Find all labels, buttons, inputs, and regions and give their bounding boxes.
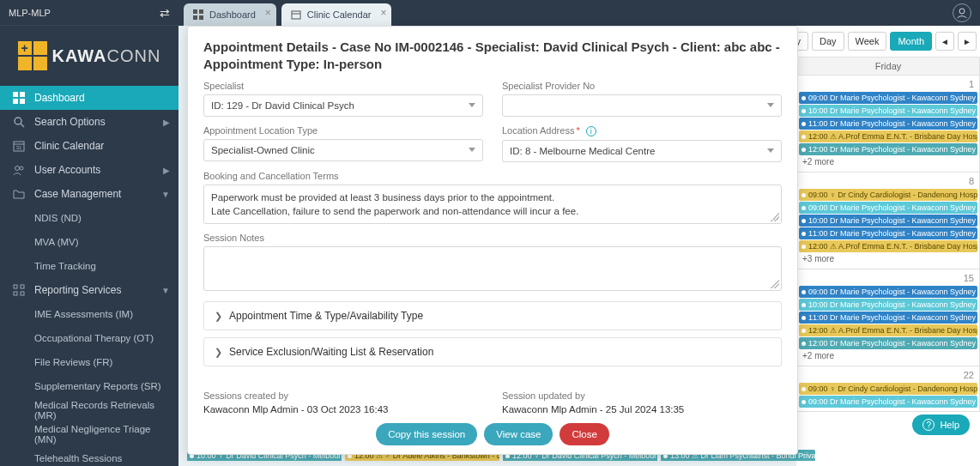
calendar-event[interactable]: 11:00 Dr Marie Psychologist - Kawaconn S… xyxy=(799,227,977,239)
calendar-more-link[interactable]: +3 more xyxy=(799,252,977,265)
collapse-icon[interactable]: ⇄ xyxy=(160,6,170,20)
close-icon[interactable]: × xyxy=(380,7,386,19)
calendar-event[interactable]: 12:00 Dr Marie Psychologist - Kawaconn S… xyxy=(799,143,977,155)
appointment-details-modal: Appointment Details - Case No IM-0002146… xyxy=(187,26,798,455)
week-view-button[interactable]: Week xyxy=(848,32,887,51)
sidebar-item-mva-mv-[interactable]: MVA (MV) xyxy=(0,230,178,254)
calendar-cell[interactable]: 809:00 ♀ Dr Cindy Cardiologist - Dandeno… xyxy=(796,172,980,269)
calendar-event[interactable]: 12:00 ⚠ A.Prof Emma E.N.T. - Brisbane Da… xyxy=(799,130,977,142)
calendar-date: 22 xyxy=(799,368,977,382)
copy-session-button[interactable]: Copy this session xyxy=(376,423,477,445)
close-button[interactable]: Close xyxy=(560,423,608,445)
help-label: Help xyxy=(940,420,959,430)
sidebar-item-dashboard[interactable]: Dashboard xyxy=(0,86,178,110)
calendar-event[interactable]: 10:00 Dr Marie Psychologist - Kawaconn S… xyxy=(799,215,977,227)
sidebar-item-clinic-calendar[interactable]: 31Clinic Calendar xyxy=(0,134,178,158)
calendar-event[interactable]: 12:00 ⚠ A.Prof Emma E.N.T. - Brisbane Da… xyxy=(799,324,977,336)
tab-bar: Dashboard × Clinic Calendar × xyxy=(178,0,980,26)
location-address-label: Location Address* i xyxy=(502,125,782,136)
user-avatar[interactable] xyxy=(953,3,971,22)
calendar-cell[interactable]: 1509:00 Dr Marie Psychologist - Kawaconn… xyxy=(796,269,980,366)
location-address-value: ID: 8 - Melbourne Medical Centre xyxy=(510,146,655,156)
chevron-down-icon: ▼ xyxy=(161,286,170,295)
svg-point-10 xyxy=(20,166,23,170)
calendar-event[interactable]: 11:00 Dr Marie Psychologist - Kawaconn S… xyxy=(799,312,977,324)
sidebar-item-case-management[interactable]: Case Management▼ xyxy=(0,182,178,206)
calendar-date: 15 xyxy=(799,271,977,285)
sidebar-item-reporting-services[interactable]: Reporting Services▼ xyxy=(0,278,178,302)
resize-handle-icon[interactable] xyxy=(771,213,779,221)
tab-clinic-calendar[interactable]: Clinic Calendar × xyxy=(281,3,392,26)
sidebar-item-label: IME Assessments (IM) xyxy=(34,309,133,319)
sidebar-item-label: Telehealth Sessions xyxy=(34,453,122,463)
calendar-date: 1 xyxy=(799,77,977,91)
booking-terms-textarea[interactable]: Paperwork must be provided at least 3 bu… xyxy=(203,185,782,224)
calendar-more-link[interactable]: +2 more xyxy=(799,349,977,362)
sidebar-item-medical-negligence-triage-mn-[interactable]: Medical Negligence Triage (MN) xyxy=(0,422,178,446)
created-by-label: Sessions created by xyxy=(203,390,483,401)
calendar-event[interactable]: 09:00 Dr Marie Psychologist - Kawaconn S… xyxy=(799,396,977,408)
sidebar-item-search-options[interactable]: Search Options▶ xyxy=(0,110,178,134)
provider-no-select[interactable] xyxy=(502,94,782,117)
close-icon[interactable]: × xyxy=(265,7,271,19)
svg-point-23 xyxy=(959,9,965,14)
info-icon[interactable]: i xyxy=(586,126,596,136)
svg-rect-21 xyxy=(292,11,300,19)
resize-handle-icon[interactable] xyxy=(771,280,779,288)
sidebar-item-supplementary-reports-sr-[interactable]: Supplementary Reports (SR) xyxy=(0,374,178,398)
svg-rect-20 xyxy=(199,15,203,20)
location-type-select[interactable]: Specialist-Owned Clinic xyxy=(203,139,483,161)
accordion-appointment-time[interactable]: ❯ Appointment Time & Type/Availability T… xyxy=(203,301,782,330)
event-dot-icon xyxy=(802,303,806,307)
svg-text:31: 31 xyxy=(16,145,22,150)
help-button[interactable]: ? Help xyxy=(912,415,970,435)
sidebar-item-time-tracking[interactable]: Time Tracking xyxy=(0,254,178,278)
search-icon xyxy=(12,115,26,129)
calendar-cell[interactable]: 109:00 Dr Marie Psychologist - Kawaconn … xyxy=(796,76,980,172)
sidebar-item-occupational-therapy-ot-[interactable]: Occupational Therapy (OT) xyxy=(0,326,178,350)
view-case-button[interactable]: View case xyxy=(484,423,553,445)
tab-label: Dashboard xyxy=(209,9,256,20)
sidebar-item-user-accounts[interactable]: User Accounts▶ xyxy=(0,158,178,182)
svg-point-9 xyxy=(15,166,20,171)
svg-rect-12 xyxy=(21,285,24,288)
specialist-select[interactable]: ID: 129 - Dr David Clinical Psych xyxy=(203,94,483,117)
calendar-event[interactable]: 11:00 Dr Marie Psychologist - Kawaconn S… xyxy=(799,118,977,130)
calendar-event[interactable]: 12:00 ⚠ A.Prof Emma E.N.T. - Brisbane Da… xyxy=(799,240,977,252)
calendar-event[interactable]: 12:00 Dr Marie Psychologist - Kawaconn S… xyxy=(799,337,977,349)
sidebar-item-label: User Accounts xyxy=(34,164,100,176)
day-view-button[interactable]: Day xyxy=(812,32,844,51)
month-view-button[interactable]: Month xyxy=(890,32,932,51)
accordion-service-exclusion[interactable]: ❯ Service Exclusion/Waiting List & Reser… xyxy=(203,337,782,366)
provider-no-label: Specialist Provider No xyxy=(502,81,782,91)
event-dot-icon xyxy=(802,219,806,223)
sidebar-item-ndis-nd-[interactable]: NDIS (ND) xyxy=(0,206,178,230)
calendar-event[interactable]: 09:00 Dr Marie Psychologist - Kawaconn S… xyxy=(799,286,977,298)
sidebar-item-ime-assessments-im-[interactable]: IME Assessments (IM) xyxy=(0,302,178,326)
calendar-event[interactable]: 10:00 Dr Marie Psychologist - Kawaconn S… xyxy=(799,105,977,117)
tab-label: Clinic Calendar xyxy=(307,9,372,20)
calendar-event[interactable]: 09:00 ♀ Dr Cindy Cardiologist - Dandenon… xyxy=(799,383,977,395)
sidebar-item-telehealth-sessions[interactable]: Telehealth Sessions xyxy=(0,446,178,466)
svg-rect-19 xyxy=(193,15,197,20)
calendar-event[interactable]: 09:00 Dr Marie Psychologist - Kawaconn S… xyxy=(799,92,977,104)
dashboard-icon xyxy=(12,91,26,105)
sidebar-item-medical-records-retrievals-mr-[interactable]: Medical Records Retrievals (MR) xyxy=(0,398,178,422)
prev-button[interactable]: ◄ xyxy=(935,32,954,51)
calendar-panel: Today Day Week Month ◄ ► Friday 109:00 D… xyxy=(796,26,980,466)
calendar-more-link[interactable]: +2 more xyxy=(799,155,977,168)
calendar-event[interactable]: 10:00 Dr Marie Psychologist - Kawaconn S… xyxy=(799,299,977,311)
calendar-cell[interactable]: 2209:00 ♀ Dr Cindy Cardiologist - Danden… xyxy=(796,366,980,412)
location-address-select[interactable]: ID: 8 - Melbourne Medical Centre xyxy=(502,140,782,162)
tab-dashboard[interactable]: Dashboard × xyxy=(184,3,276,26)
calendar-event[interactable]: 09:00 ♀ Dr Cindy Cardiologist - Dandenon… xyxy=(799,189,977,201)
svg-rect-11 xyxy=(14,285,17,288)
session-notes-textarea[interactable] xyxy=(203,246,782,291)
sidebar-item-file-reviews-fr-[interactable]: File Reviews (FR) xyxy=(0,350,178,374)
next-button[interactable]: ► xyxy=(958,32,977,51)
svg-rect-3 xyxy=(20,99,25,104)
calendar-event[interactable]: 09:00 Dr Marie Psychologist - Kawaconn S… xyxy=(799,202,977,214)
svg-rect-0 xyxy=(13,92,18,97)
event-dot-icon xyxy=(802,400,806,404)
chevron-right-icon: ▶ xyxy=(163,118,170,127)
